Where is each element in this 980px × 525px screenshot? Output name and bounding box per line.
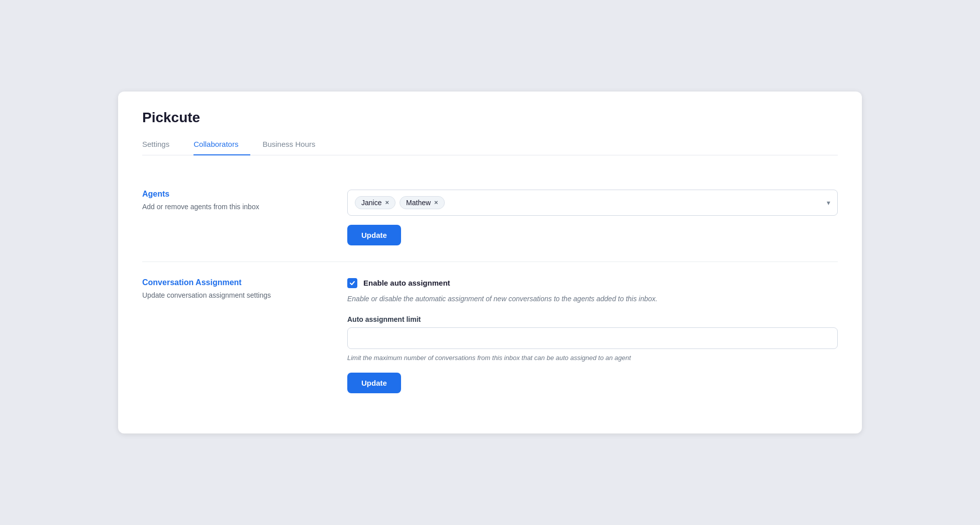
auto-assignment-checkbox[interactable] bbox=[347, 278, 357, 288]
tab-collaborators[interactable]: Collaborators bbox=[193, 135, 250, 155]
tab-settings[interactable]: Settings bbox=[142, 135, 181, 155]
agents-section: Agents Add or remove agents from this in… bbox=[142, 173, 838, 262]
checkmark-icon bbox=[349, 280, 355, 286]
dropdown-arrow-icon: ▾ bbox=[827, 199, 830, 207]
tag-janice-remove[interactable]: × bbox=[385, 199, 389, 206]
conversation-section: Conversation Assignment Update conversat… bbox=[142, 262, 838, 409]
tabs: Settings Collaborators Business Hours bbox=[142, 135, 838, 155]
auto-assignment-helper: Enable or disable the automatic assignme… bbox=[347, 293, 838, 304]
conversation-description: Update conversation assignment settings bbox=[142, 290, 323, 301]
agents-update-button[interactable]: Update bbox=[347, 225, 401, 245]
conversation-update-button[interactable]: Update bbox=[347, 373, 401, 393]
agents-description: Add or remove agents from this inbox bbox=[142, 202, 323, 212]
agents-multiselect[interactable]: Janice × Mathew × ▾ bbox=[347, 190, 838, 216]
main-card: Pickcute Settings Collaborators Business… bbox=[118, 92, 862, 433]
tag-mathew: Mathew × bbox=[400, 196, 445, 209]
conversation-right: Enable auto assignment Enable or disable… bbox=[347, 278, 838, 393]
tab-business-hours[interactable]: Business Hours bbox=[262, 135, 327, 155]
auto-assignment-row: Enable auto assignment bbox=[347, 278, 838, 288]
auto-assignment-limit-input[interactable] bbox=[347, 327, 838, 349]
conversation-heading: Conversation Assignment bbox=[142, 278, 323, 287]
auto-assignment-label: Enable auto assignment bbox=[363, 279, 450, 287]
agents-left: Agents Add or remove agents from this in… bbox=[142, 190, 323, 245]
limit-helper-text: Limit the maximum number of conversation… bbox=[347, 353, 838, 364]
tag-janice-label: Janice bbox=[361, 199, 381, 207]
agents-heading: Agents bbox=[142, 190, 323, 199]
app-title: Pickcute bbox=[142, 110, 838, 126]
limit-label: Auto assignment limit bbox=[347, 315, 838, 323]
tag-mathew-remove[interactable]: × bbox=[434, 199, 438, 206]
tag-mathew-label: Mathew bbox=[406, 199, 431, 207]
tag-janice: Janice × bbox=[355, 196, 396, 209]
conversation-left: Conversation Assignment Update conversat… bbox=[142, 278, 323, 393]
agents-right: Janice × Mathew × ▾ Update bbox=[347, 190, 838, 245]
